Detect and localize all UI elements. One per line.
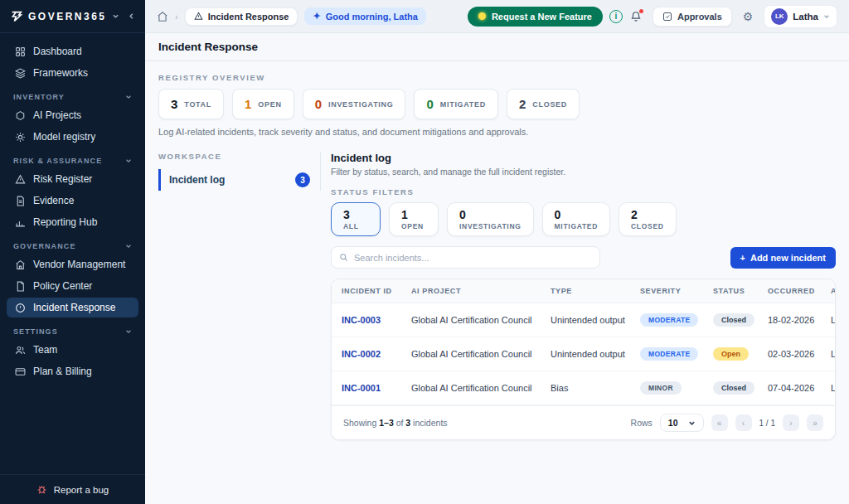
table-row[interactable]: INC-0003 Global AI Certification Council… [332, 303, 835, 337]
stat-label: TOTAL [184, 100, 211, 109]
user-menu[interactable]: LK Latha [764, 5, 837, 28]
breadcrumb-label: Incident Response [208, 12, 289, 22]
org-switcher-chevron-icon[interactable] [112, 12, 119, 20]
plus-icon: + [740, 253, 745, 263]
search-box [331, 246, 600, 269]
sidebar-item-risk-register[interactable]: Risk Register [7, 169, 138, 189]
grid-icon [14, 46, 26, 57]
stat-card-total: 3 TOTAL [158, 89, 224, 119]
pagination-next-button[interactable]: › [783, 414, 799, 431]
gear-icon[interactable]: ⚙ [743, 10, 754, 23]
breadcrumb[interactable]: Incident Response [185, 7, 298, 26]
sidebar-item-label: Plan & Billing [33, 366, 92, 377]
filter-value: 0 [459, 208, 522, 221]
rows-per-page-select[interactable]: 10 [660, 414, 704, 432]
col-incident-id: INCIDENT ID [332, 279, 401, 303]
sidebar-group-inventory[interactable]: INVENTORY [0, 85, 145, 104]
incident-log-panel: Incident log Filter by status, search, a… [321, 152, 836, 440]
filter-investigating[interactable]: 0 INVESTIGATING [447, 202, 534, 236]
chevron-down-icon [125, 243, 132, 250]
stat-value: 3 [171, 97, 177, 111]
request-feature-label: Request a New Feature [492, 12, 592, 22]
pagination-last-button[interactable]: » [807, 414, 823, 431]
sidebar-group-risk-assurance[interactable]: RISK & ASSURANCE [0, 148, 145, 167]
approvals-button[interactable]: Approvals [653, 7, 732, 27]
rows-label: Rows [631, 418, 653, 428]
page-indicator: 1 / 1 [759, 419, 775, 428]
main-area: › Incident Response ✦ Good morning, Lath… [145, 0, 849, 504]
sidebar-item-policy-center[interactable]: Policy Center [7, 276, 138, 296]
report-bug-label: Report a bug [54, 485, 109, 495]
cell-type: Unintended output [541, 337, 630, 371]
file-icon [14, 280, 26, 292]
info-icon[interactable]: i [609, 10, 623, 23]
stat-label: INVESTIGATING [328, 100, 393, 109]
sidebar-item-incident-response[interactable]: Incident Response [7, 298, 138, 317]
sidebar-item-label: Dashboard [33, 46, 82, 57]
stat-card-closed: 2 CLOSED [507, 89, 580, 119]
chevron-down-icon [823, 13, 830, 20]
page-title: Incident Response [158, 41, 836, 53]
sidebar-item-label: AI Projects [33, 109, 81, 121]
table-row[interactable]: INC-0002 Global AI Certification Council… [332, 337, 835, 371]
cell-approver: Latha [821, 337, 835, 371]
table-scroll-area[interactable]: INCIDENT ID AI PROJECT TYPE SEVERITY STA… [332, 279, 835, 405]
sidebar-item-frameworks[interactable]: Frameworks [7, 63, 138, 83]
bar-chart-icon [14, 216, 26, 228]
alert-circle-icon [14, 302, 26, 313]
sidebar-item-dashboard[interactable]: Dashboard [7, 41, 138, 61]
sidebar-item-ai-projects[interactable]: AI Projects [7, 105, 138, 125]
sidebar-item-plan-billing[interactable]: Plan & Billing [7, 361, 138, 381]
cell-approver: Latha [821, 371, 835, 405]
overview-description: Log AI-related incidents, track severity… [158, 127, 836, 137]
status-filters-label: STATUS FILTERS [331, 187, 836, 196]
sidebar-item-team[interactable]: Team [7, 340, 138, 360]
notifications-bell-icon[interactable] [630, 11, 642, 22]
logo-row: GOVERN365 [0, 0, 145, 33]
report-a-bug-button[interactable]: Report a bug [0, 474, 145, 504]
add-new-incident-button[interactable]: + Add new incident [730, 247, 837, 269]
users-icon [14, 344, 26, 356]
sidebar-item-vendor-management[interactable]: Vendor Management [7, 254, 138, 274]
content: REGISTRY OVERVIEW 3 TOTAL 1 OPEN 0 INVES… [145, 61, 849, 504]
workspace-panel: WORKSPACE Incident log 3 [158, 152, 321, 191]
filter-closed[interactable]: 2 CLOSED [619, 202, 677, 236]
showing-text: Showing 1–3 of 3 incidents [343, 418, 448, 428]
filter-label: MITIGATED [555, 222, 598, 230]
sidebar-item-reporting-hub[interactable]: Reporting Hub [7, 212, 138, 232]
sidebar-group-governance[interactable]: GOVERNANCE [0, 234, 145, 253]
incident-id-link[interactable]: INC-0003 [332, 303, 401, 337]
filter-mitigated[interactable]: 0 MITIGATED [542, 202, 610, 236]
search-input[interactable] [354, 253, 592, 263]
filter-all[interactable]: 3 ALL [331, 202, 381, 236]
filter-value: 0 [555, 208, 598, 221]
cell-severity: MODERATE [630, 303, 703, 337]
cell-status: Closed [703, 303, 758, 337]
stat-card-investigating: 0 INVESTIGATING [303, 89, 406, 119]
stat-label: CLOSED [532, 100, 567, 109]
sidebar: GOVERN365 Dashboard Frameworks INVENTORY… [0, 0, 145, 504]
collapse-sidebar-icon[interactable] [128, 12, 135, 20]
status-filters: 3 ALL 1 OPEN 0 INVESTIGATING 0 MITIGATED [331, 202, 836, 236]
filter-label: CLOSED [631, 222, 664, 230]
chevron-down-icon [125, 94, 132, 100]
filter-open[interactable]: 1 OPEN [389, 202, 439, 236]
workspace-item-incident-log[interactable]: Incident log 3 [158, 169, 310, 191]
request-feature-button[interactable]: Request a New Feature [468, 7, 603, 27]
incident-id-link[interactable]: INC-0001 [332, 371, 401, 405]
sparkle-icon: ✦ [313, 11, 320, 22]
incident-id-link[interactable]: INC-0002 [332, 337, 401, 371]
status-badge: Open [713, 347, 749, 361]
sidebar-group-settings[interactable]: SETTINGS [0, 319, 145, 338]
incident-table-card: INCIDENT ID AI PROJECT TYPE SEVERITY STA… [331, 279, 836, 440]
sidebar-item-evidence[interactable]: Evidence [7, 191, 138, 211]
sidebar-item-model-registry[interactable]: Model registry [7, 127, 138, 147]
stat-label: MITIGATED [440, 100, 486, 109]
pagination-prev-button[interactable]: ‹ [735, 414, 752, 431]
home-icon[interactable] [157, 11, 168, 22]
pagination-first-button[interactable]: « [711, 414, 728, 431]
cell-severity: MINOR [630, 371, 703, 405]
search-icon [339, 253, 348, 262]
table-row[interactable]: INC-0001 Global AI Certification Council… [332, 371, 835, 405]
sidebar-nav: Dashboard Frameworks INVENTORY AI Projec… [0, 33, 145, 474]
